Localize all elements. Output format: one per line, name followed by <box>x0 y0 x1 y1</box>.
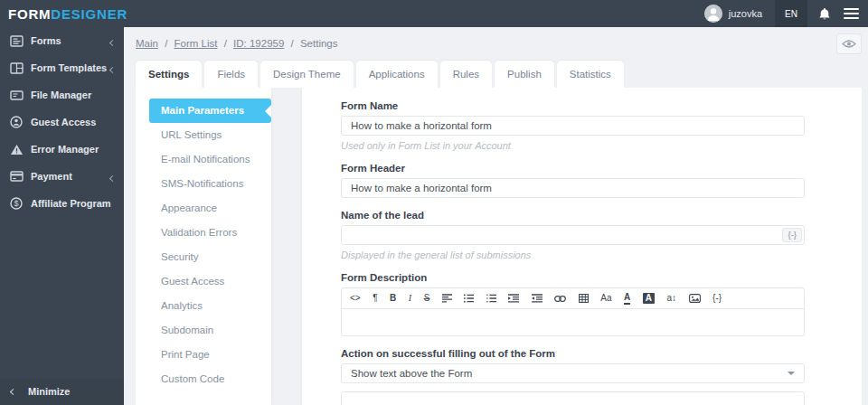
subnav-appearance[interactable]: Appearance <box>149 196 271 221</box>
subnav-security[interactable]: Security <box>149 245 271 269</box>
sidebar-item-affiliate-program[interactable]: $ Affiliate Program <box>0 190 124 217</box>
form-tabs: Settings Fields Design Theme Application… <box>136 60 862 88</box>
breadcrumb: Main / Form List / ID: 192959 / Settings <box>136 38 338 49</box>
subnav-sms-notifications[interactable]: SMS-Notifications <box>149 172 271 196</box>
guest-access-icon <box>9 115 24 129</box>
form-name-helper: Used only in Form List in your Account <box>341 140 805 151</box>
user-avatar[interactable] <box>704 5 722 23</box>
lead-name-label: Name of the lead <box>341 210 805 221</box>
logo-text-form: FORM <box>8 6 51 22</box>
svg-text:$: $ <box>14 199 18 208</box>
action-label: Action on successful filling out of the … <box>341 348 805 359</box>
background-color-icon[interactable]: A <box>643 293 655 304</box>
text-color-icon[interactable]: A <box>624 293 630 305</box>
bell-icon <box>818 7 831 21</box>
tab-design-theme[interactable]: Design Theme <box>260 61 354 88</box>
subnav-main-parameters[interactable]: Main Parameters <box>149 99 271 123</box>
font-size-icon[interactable]: Aa <box>600 294 611 303</box>
notifications-button[interactable] <box>807 7 842 21</box>
paragraph-icon[interactable]: ¶ <box>373 294 377 303</box>
file-manager-icon <box>9 88 24 102</box>
breadcrumb-form-list[interactable]: Form List <box>175 38 218 49</box>
sidebar-item-guest-access[interactable]: Guest Access <box>0 108 124 136</box>
payment-icon <box>9 169 24 184</box>
form-name-input[interactable] <box>341 116 805 136</box>
breadcrumb-current: Settings <box>300 38 338 49</box>
breadcrumb-form-id[interactable]: ID: 192959 <box>233 38 284 49</box>
tab-publish[interactable]: Publish <box>495 61 554 88</box>
description-editor-body[interactable] <box>342 309 804 335</box>
editor-toolbar: <> ¶ B I S <box>342 288 804 309</box>
tab-rules[interactable]: Rules <box>440 61 492 88</box>
ordered-list-icon[interactable] <box>486 294 496 303</box>
chevron-left-icon <box>110 168 115 184</box>
subnav-url-settings[interactable]: URL Settings <box>149 123 271 147</box>
breadcrumb-row: Main / Form List / ID: 192959 / Settings <box>136 27 862 60</box>
italic-icon[interactable]: I <box>409 294 411 303</box>
sidebar-item-forms[interactable]: Forms <box>0 27 124 54</box>
settings-subnav: Main Parameters URL Settings E-mail Noti… <box>136 88 271 405</box>
variable-icon[interactable]: {-} <box>712 294 722 303</box>
bold-icon[interactable]: B <box>390 294 396 303</box>
lead-name-helper: Displayed in the general list of submiss… <box>341 250 805 260</box>
affiliate-program-icon: $ <box>9 196 24 211</box>
logo-text-designer: DESIGNER <box>51 6 127 22</box>
description-editor: <> ¶ B I S <box>341 287 805 336</box>
form-name-label: Form Name <box>341 100 805 111</box>
form-header-label: Form Header <box>341 163 805 174</box>
sidebar-item-payment[interactable]: Payment <box>0 163 124 190</box>
sidebar-minimize-button[interactable]: Minimize <box>0 378 124 405</box>
link-icon[interactable] <box>554 296 566 302</box>
app-logo: FORMDESIGNER <box>0 6 127 22</box>
forms-icon <box>9 33 24 48</box>
action-select[interactable]: Show text above the Form <box>341 363 805 383</box>
insert-variable-button[interactable]: {-} <box>782 228 802 242</box>
sidebar-item-error-manager[interactable]: Error Manager <box>0 136 124 163</box>
settings-card: Main Parameters URL Settings E-mail Noti… <box>136 88 862 405</box>
table-icon[interactable] <box>579 294 589 303</box>
top-header: FORMDESIGNER juzovka EN <box>0 0 868 27</box>
language-switcher[interactable]: EN <box>775 0 807 27</box>
main-parameters-form: Form Name Used only in Form List in your… <box>302 88 862 405</box>
breadcrumb-main[interactable]: Main <box>136 38 158 49</box>
lead-name-input[interactable] <box>341 225 805 245</box>
chevron-left-icon <box>10 388 16 394</box>
action-selected-value: Show text above the Form <box>351 368 472 379</box>
indent-icon[interactable] <box>532 294 542 303</box>
subnav-subdomain[interactable]: Subdomain <box>149 318 271 343</box>
tab-applications[interactable]: Applications <box>356 61 438 88</box>
subnav-analytics[interactable]: Analytics <box>149 294 271 318</box>
success-message-textarea[interactable]: Thank you, your message has been success… <box>341 391 805 405</box>
subnav-guest-access[interactable]: Guest Access <box>149 269 271 294</box>
sidebar-nav: Forms Form Templates File Manager Guest … <box>0 27 124 405</box>
form-templates-icon <box>9 61 24 75</box>
chevron-left-icon <box>110 33 115 49</box>
tab-settings[interactable]: Settings <box>136 61 202 88</box>
dropdown-caret-icon <box>788 372 795 375</box>
code-icon[interactable]: <> <box>350 294 361 303</box>
form-header-input[interactable] <box>341 178 805 198</box>
subnav-custom-code[interactable]: Custom Code <box>149 367 271 391</box>
subnav-email-notifications[interactable]: E-mail Notifications <box>149 147 271 172</box>
sidebar-item-form-templates[interactable]: Form Templates <box>0 54 124 81</box>
unordered-list-icon[interactable] <box>464 294 474 303</box>
username-label[interactable]: juzovka <box>729 8 762 19</box>
main-content: Main / Form List / ID: 192959 / Settings… <box>124 27 868 405</box>
line-height-icon[interactable]: a↕ <box>667 294 677 303</box>
image-icon[interactable] <box>689 294 701 303</box>
align-left-icon[interactable] <box>442 294 452 303</box>
person-icon <box>704 5 722 23</box>
tab-fields[interactable]: Fields <box>204 61 258 88</box>
subnav-print-page[interactable]: Print Page <box>149 343 271 367</box>
strikethrough-icon[interactable]: S <box>424 294 430 303</box>
subnav-validation-errors[interactable]: Validation Errors <box>149 221 271 245</box>
sidebar-item-file-manager[interactable]: File Manager <box>0 81 124 108</box>
chevron-left-icon <box>110 60 115 76</box>
outdent-icon[interactable] <box>508 294 519 303</box>
tab-statistics[interactable]: Statistics <box>557 61 624 88</box>
form-description-label: Form Description <box>341 272 805 283</box>
error-manager-icon <box>9 142 24 156</box>
menu-icon[interactable] <box>844 5 859 22</box>
eye-icon <box>842 39 856 49</box>
preview-button[interactable] <box>836 33 862 54</box>
